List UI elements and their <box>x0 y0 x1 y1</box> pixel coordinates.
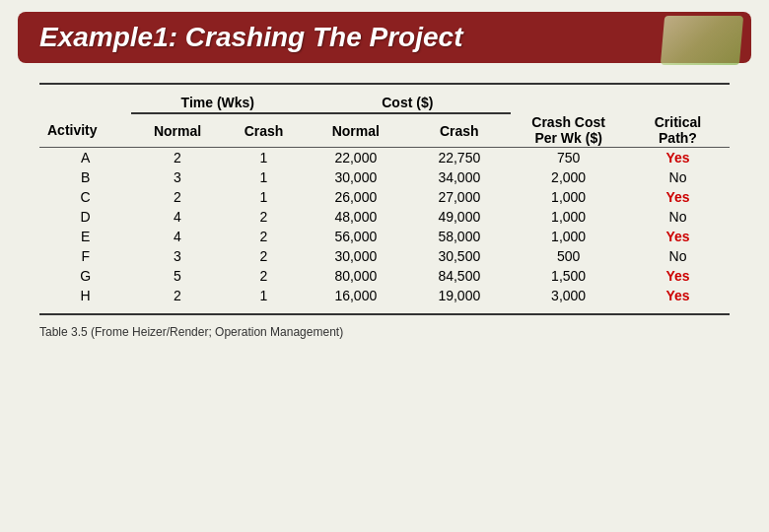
cell-normal-time: 5 <box>131 266 223 286</box>
cell-crash-time: 1 <box>224 148 305 168</box>
col-critical-path-header-blank <box>626 93 730 113</box>
cell-normal-time: 4 <box>131 227 223 246</box>
cell-normal-time: 2 <box>131 187 223 207</box>
cell-normal-cost: 26,000 <box>304 187 407 207</box>
cell-normal-time: 2 <box>131 148 223 168</box>
cell-crash-time: 2 <box>224 246 305 266</box>
table-row: B3130,00034,0002,000No <box>39 167 730 187</box>
col-crash-cost-subheader: Crash <box>407 113 511 148</box>
table-row: F3230,00030,500500No <box>39 246 730 266</box>
cell-activity: C <box>39 187 131 207</box>
page-title: Example1: Crashing The Project <box>39 22 462 52</box>
table-row: H2116,00019,0003,000Yes <box>39 286 730 305</box>
cell-normal-cost: 56,000 <box>304 227 407 246</box>
main-table: Time (Wks) Cost ($) Activity Normal Cras… <box>39 93 730 305</box>
cell-normal-time: 4 <box>131 207 223 227</box>
col-critical-path-subheader: Critical Path? <box>626 113 730 148</box>
top-rule <box>39 83 730 85</box>
cell-crash-time: 1 <box>224 187 305 207</box>
bottom-rule <box>39 313 730 315</box>
col-activity-subheader: Activity <box>39 113 131 148</box>
cell-crash-cost-per-wk: 1,500 <box>511 266 626 286</box>
group-header-cost: Cost ($) <box>304 93 511 113</box>
cell-normal-cost: 30,000 <box>304 246 407 266</box>
content-area: Time (Wks) Cost ($) Activity Normal Cras… <box>39 83 730 339</box>
table-row: C2126,00027,0001,000Yes <box>39 187 730 207</box>
cell-normal-cost: 22,000 <box>304 148 407 168</box>
cell-crash-cost: 84,500 <box>407 266 511 286</box>
cell-critical-path: No <box>626 246 730 266</box>
cell-critical-path: No <box>626 167 730 187</box>
cell-crash-cost-per-wk: 750 <box>511 148 626 168</box>
cell-crash-cost-per-wk: 2,000 <box>511 167 626 187</box>
cell-normal-time: 3 <box>131 167 223 187</box>
cell-crash-time: 1 <box>224 167 305 187</box>
cell-crash-time: 1 <box>224 286 305 305</box>
cell-crash-cost-per-wk: 1,000 <box>511 227 626 246</box>
table-wrapper: Time (Wks) Cost ($) Activity Normal Cras… <box>39 93 730 305</box>
cell-critical-path: Yes <box>626 286 730 305</box>
cell-normal-cost: 30,000 <box>304 167 407 187</box>
header-decoration <box>661 16 743 65</box>
cell-crash-cost-per-wk: 3,000 <box>511 286 626 305</box>
cell-crash-cost-per-wk: 1,000 <box>511 187 626 207</box>
cell-normal-cost: 48,000 <box>304 207 407 227</box>
cell-critical-path: Yes <box>626 148 730 168</box>
cell-crash-cost: 34,000 <box>407 167 511 187</box>
cell-crash-cost-per-wk: 1,000 <box>511 207 626 227</box>
cell-normal-time: 3 <box>131 246 223 266</box>
table-row: E4256,00058,0001,000Yes <box>39 227 730 246</box>
cell-critical-path: Yes <box>626 187 730 207</box>
cell-critical-path: Yes <box>626 227 730 246</box>
col-crash-cost-per-wk-subheader: Crash Cost Per Wk ($) <box>511 113 626 148</box>
table-row: A2122,00022,750750Yes <box>39 148 730 168</box>
cell-crash-time: 2 <box>224 227 305 246</box>
col-normal-cost-subheader: Normal <box>304 113 407 148</box>
table-row: G5280,00084,5001,500Yes <box>39 266 730 286</box>
cell-crash-cost: 49,000 <box>407 207 511 227</box>
cell-crash-cost: 30,500 <box>407 246 511 266</box>
col-activity-header-blank <box>39 93 131 113</box>
cell-crash-cost: 22,750 <box>407 148 511 168</box>
cell-activity: D <box>39 207 131 227</box>
cell-activity: B <box>39 167 131 187</box>
cell-activity: F <box>39 246 131 266</box>
cell-activity: H <box>39 286 131 305</box>
group-header-time: Time (Wks) <box>131 93 304 113</box>
cell-activity: G <box>39 266 131 286</box>
col-crash-cost-per-wk-header-blank <box>511 93 626 113</box>
table-row: D4248,00049,0001,000No <box>39 207 730 227</box>
table-caption: Table 3.5 (Frome Heizer/Render; Operatio… <box>39 325 730 339</box>
table-body: A2122,00022,750750YesB3130,00034,0002,00… <box>39 148 730 306</box>
col-crash-time-subheader: Crash <box>224 113 305 148</box>
cell-crash-time: 2 <box>224 207 305 227</box>
cell-activity: E <box>39 227 131 246</box>
header-banner: Example1: Crashing The Project <box>18 12 751 63</box>
cell-normal-cost: 16,000 <box>304 286 407 305</box>
cell-normal-time: 2 <box>131 286 223 305</box>
cell-crash-cost: 19,000 <box>407 286 511 305</box>
col-normal-time-subheader: Normal <box>131 113 223 148</box>
group-header-row: Time (Wks) Cost ($) <box>39 93 730 113</box>
cell-crash-cost: 58,000 <box>407 227 511 246</box>
cell-crash-cost: 27,000 <box>407 187 511 207</box>
cell-critical-path: Yes <box>626 266 730 286</box>
cell-crash-time: 2 <box>224 266 305 286</box>
cell-critical-path: No <box>626 207 730 227</box>
cell-crash-cost-per-wk: 500 <box>511 246 626 266</box>
subheader-row: Activity Normal Crash Normal Crash Crash… <box>39 113 730 148</box>
cell-normal-cost: 80,000 <box>304 266 407 286</box>
cell-activity: A <box>39 148 131 168</box>
